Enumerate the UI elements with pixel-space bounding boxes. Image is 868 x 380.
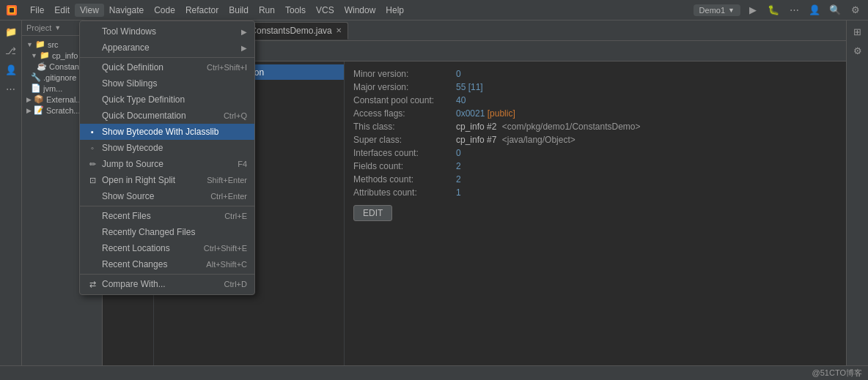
menu-vcs[interactable]: VCS (311, 4, 339, 17)
settings-button[interactable]: ⚙ (847, 2, 864, 18)
dropdown-item-jump-to-source[interactable]: ✏ Jump to Source F4 (80, 156, 254, 172)
separator-2 (80, 206, 254, 206)
run-button[interactable]: ▶ (745, 2, 761, 18)
run-config[interactable]: Demo1 ▼ (694, 4, 740, 16)
dropdown-item-recently-changed[interactable]: Recently Changed Files (80, 224, 254, 240)
sidebar-icon-folder[interactable]: 📁 (3, 23, 19, 40)
tree-label-gitignore: .gitignore (43, 73, 76, 82)
detail-methods-count: Methods count: 2 (353, 173, 837, 186)
menu-edit[interactable]: Edit (49, 4, 75, 17)
detail-key-fields: Fields count: (353, 161, 456, 171)
dropdown-item-compare-with[interactable]: ⇄ Compare With... Ctrl+D (80, 276, 254, 292)
dropdown-item-appearance[interactable]: Appearance ▶ (80, 40, 254, 56)
view-dropdown-menu: Tool Windows ▶ Appearance ▶ Quick Defini… (79, 21, 255, 295)
dropdown-item-show-bytecode[interactable]: ◦ Show Bytecode (80, 140, 254, 156)
jump-to-source-icon: ✏ (87, 159, 98, 169)
dropdown-item-quick-definition[interactable]: Quick Definition Ctrl+Shift+I (80, 59, 254, 75)
bytecode-jclasslib-icon: ▪ (87, 127, 98, 137)
menu-run[interactable]: Run (254, 4, 280, 17)
tree-icon-gitignore: 🔧 (31, 72, 41, 82)
sidebar-icon-user[interactable]: 👤 (3, 62, 19, 78)
menu-right: Demo1 ▼ ▶ 🐛 ⋯ 👤 🔍 ⚙ (694, 2, 864, 18)
dropdown-item-show-siblings[interactable]: Show Siblings (80, 75, 254, 92)
detail-cp-count: Constant pool count: 40 (353, 94, 837, 107)
dropdown-item-show-bytecode-jclasslib[interactable]: ▪ Show Bytecode With Jclasslib (80, 124, 254, 140)
separator-1 (80, 57, 254, 58)
debug-button[interactable]: 🐛 (765, 2, 781, 18)
search-button[interactable]: 🔍 (827, 2, 843, 18)
dropdown-item-tool-windows[interactable]: Tool Windows ▶ (80, 23, 254, 40)
tree-icon-cpinfo: 📁 (40, 51, 50, 60)
menu-file[interactable]: File (25, 4, 49, 17)
recent-locations-icon (87, 243, 98, 253)
dropdown-item-open-right-split[interactable]: ⊡ Open in Right Split Shift+Enter (80, 172, 254, 188)
dropdown-item-quick-type-def[interactable]: Quick Type Definition (80, 92, 254, 108)
sidebar-icon-git[interactable]: ⎇ (3, 42, 19, 59)
tree-icon-scratches: 📝 (34, 105, 44, 115)
tree-label-scratches: Scratch... (46, 106, 80, 115)
svg-rect-2 (10, 8, 14, 12)
dropdown-item-recent-locations[interactable]: Recent Locations Ctrl+Shift+E (80, 240, 254, 256)
detail-key-super: Super class: (353, 135, 456, 145)
this-class-cplink[interactable]: cp_info #2 (456, 122, 496, 132)
detail-val-methods: 2 (456, 174, 461, 185)
show-source-icon (87, 191, 98, 201)
detail-super-class: Super class: cp_info #7 <java/lang/Objec… (353, 133, 837, 146)
detail-val-cp: 40 (456, 95, 466, 105)
show-siblings-icon (87, 78, 98, 89)
dropdown-item-recent-changes[interactable]: Recent Changes Alt+Shift+C (80, 256, 254, 272)
detail-minor-version: Minor version: 0 (353, 67, 837, 81)
tree-icon-src: 📁 (35, 40, 45, 49)
recent-changes-icon (87, 259, 98, 269)
detail-ifaces-count: Interfaces count: 0 (353, 146, 837, 160)
detail-key-methods: Methods count: (353, 174, 456, 185)
menu-window[interactable]: Window (339, 4, 381, 17)
dropdown-item-quick-doc[interactable]: Quick Documentation Ctrl+Q (80, 108, 254, 124)
run-config-label: Demo1 (699, 6, 725, 15)
tree-arrow-scratches: ▶ (26, 107, 32, 114)
dropdown-item-show-source[interactable]: Show Source Ctrl+Enter (80, 188, 254, 204)
detail-val-ifaces: 0 (456, 148, 461, 158)
more-button[interactable]: ⋯ (786, 2, 802, 18)
separator-3 (80, 274, 254, 275)
detail-key-this: This class: (353, 122, 456, 132)
show-bytecode-icon: ◦ (87, 143, 98, 153)
detail-key-attrs: Attributes count: (353, 187, 456, 198)
tab-constantsdemo[interactable]: ConstantsDemo.java ✕ (243, 22, 347, 40)
right-icon-1[interactable]: ⊞ (850, 23, 866, 40)
menu-help[interactable]: Help (380, 4, 409, 17)
project-arrow: ▼ (54, 24, 61, 31)
menu-refactor[interactable]: Refactor (180, 4, 224, 17)
detail-val-minor: 0 (456, 69, 461, 79)
menu-code[interactable]: Code (149, 4, 180, 17)
this-class-name: <com/pkg/demo1/ConstantsDemo> (502, 122, 641, 132)
detail-key-access: Access flags: (353, 108, 456, 119)
tab-close-constantsdemo[interactable]: ✕ (336, 26, 342, 34)
detail-key-ifaces: Interfaces count: (353, 148, 456, 158)
detail-major-version: Major version: 55 [11] (353, 81, 837, 94)
run-config-arrow: ▼ (728, 7, 735, 14)
tree-label-cpinfo: cp_info (52, 51, 78, 60)
quick-doc-icon (87, 111, 98, 121)
right-icon-2[interactable]: ⚙ (850, 42, 866, 59)
detail-fields-count: Fields count: 2 (353, 160, 837, 173)
menu-navigate[interactable]: Navigate (104, 4, 149, 17)
project-label: Project (26, 23, 51, 32)
compare-with-icon: ⇄ (87, 279, 98, 289)
account-button[interactable]: 👤 (806, 2, 823, 18)
tree-icon-jvm: 📄 (31, 83, 41, 93)
detail-val-access: 0x0021 [public] (456, 108, 515, 119)
main-layout: 📁 ⎇ 👤 ⋯ Project ▼ ▼ 📁 src ▼ 📁 cp_info ☕ … (0, 21, 868, 380)
edit-button[interactable]: EDIT (353, 205, 392, 221)
menu-build[interactable]: Build (224, 4, 254, 17)
super-class-cplink[interactable]: cp_info #7 (456, 135, 496, 145)
tree-label-external: External... (46, 95, 83, 104)
detail-this-class: This class: cp_info #2 <com/pkg/demo1/Co… (353, 120, 837, 133)
tree-icon-constantsdemo: ☕ (37, 62, 47, 71)
sidebar-icon-more[interactable]: ⋯ (3, 81, 19, 97)
menu-tools[interactable]: Tools (280, 4, 311, 17)
dropdown-item-recent-files[interactable]: Recent Files Ctrl+E (80, 208, 254, 224)
menu-view[interactable]: View (75, 4, 104, 17)
detail-table: Minor version: 0 Major version: 55 [11] … (353, 67, 837, 199)
detail-attrs-count: Attributes count: 1 (353, 186, 837, 199)
